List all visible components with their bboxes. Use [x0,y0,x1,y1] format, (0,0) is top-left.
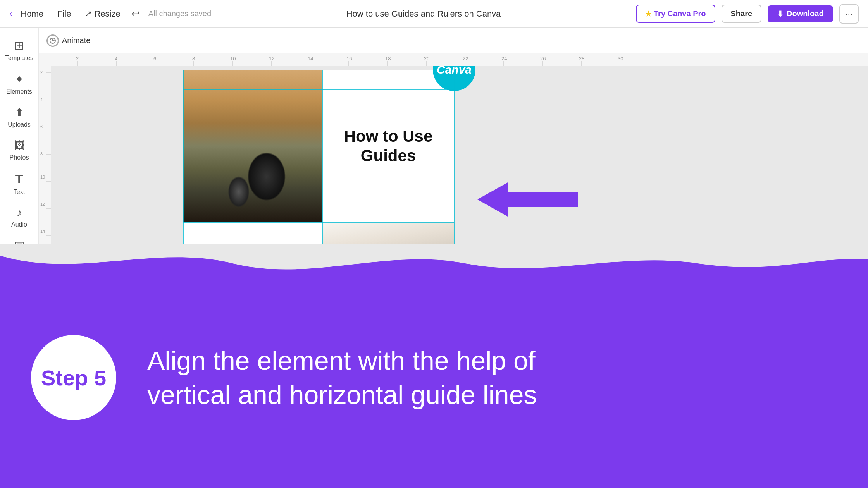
design-toolbar: Animate [39,28,868,53]
sidebar-item-photos[interactable]: 🖼 Photos [2,134,36,166]
sidebar-item-elements[interactable]: ✦ Elements [2,68,36,100]
svg-text:22: 22 [463,56,468,62]
svg-text:16: 16 [346,56,352,62]
sidebar-item-audio[interactable]: ♪ Audio [2,202,36,233]
more-options-button[interactable]: ··· [839,4,859,24]
elements-icon: ✦ [14,72,24,86]
resize-icon: ⤢ [85,9,92,19]
ruler-top-svg: 2 4 6 8 10 12 14 16 18 20 22 24 26 [39,53,868,66]
svg-text:20: 20 [424,56,429,62]
svg-text:4: 4 [40,97,43,102]
step-circle: Step 5 [31,335,116,420]
download-button[interactable]: ⬇ Download [768,5,833,22]
svg-text:8: 8 [192,56,195,62]
photos-icon: 🖼 [14,139,25,152]
svg-text:14: 14 [40,229,45,234]
uploads-label: Uploads [8,121,31,128]
svg-text:26: 26 [540,56,546,62]
nav-left-group: ‹ Home File ⤢ Resize ↩ All changes saved [9,5,211,22]
top-navigation: ‹ Home File ⤢ Resize ↩ All changes saved… [0,0,868,28]
undo-button[interactable]: ↩ [129,5,142,22]
elements-label: Elements [6,88,32,95]
guide-horizontal-bottom [183,222,454,223]
animate-button[interactable]: Animate [46,34,90,47]
download-icon: ⬇ [777,9,784,19]
svg-text:14: 14 [308,56,313,62]
svg-text:18: 18 [385,56,391,62]
templates-label: Templates [5,55,33,62]
saved-status: All changes saved [148,9,211,18]
back-chevron-icon[interactable]: ‹ [9,9,12,19]
ruler-horizontal: 2 4 6 8 10 12 14 16 18 20 22 24 26 [39,53,868,66]
sidebar-item-uploads[interactable]: ⬆ Uploads [2,101,36,133]
canvas-text-top-section: Canva How to Use Guides [322,70,454,222]
text-label: Text [14,189,25,196]
bottom-tutorial-section: Step 5 Align the element with the help o… [0,244,868,488]
step-description: Align the element with the help ofvertic… [147,344,537,412]
uploads-icon: ⬆ [15,106,24,119]
text-icon: T [16,172,23,186]
star-icon: ★ [645,10,651,18]
photos-label: Photos [10,154,29,161]
svg-rect-1 [39,53,868,66]
svg-text:28: 28 [579,56,584,62]
audio-icon: ♪ [17,206,22,219]
resize-button[interactable]: ⤢ Resize [79,6,126,22]
svg-text:12: 12 [40,202,45,206]
arrow-left-svg [477,182,578,217]
svg-text:4: 4 [115,56,117,62]
document-title: How to use Guides and Rulers on Canva [211,9,636,19]
svg-text:24: 24 [501,56,507,62]
try-pro-button[interactable]: ★ Try Canva Pro [636,5,715,23]
animate-label: Animate [62,36,90,45]
animate-circle-icon [46,34,59,47]
file-button[interactable]: File [52,6,76,22]
guide-horizontal-top [183,89,454,90]
share-button[interactable]: Share [722,5,762,23]
animate-svg-icon [49,37,56,44]
sidebar-item-text[interactable]: T Text [2,167,36,200]
svg-text:10: 10 [230,56,236,62]
svg-text:2: 2 [76,56,79,62]
resize-label: Resize [94,9,120,19]
svg-text:6: 6 [153,56,156,62]
audio-label: Audio [11,221,27,228]
templates-icon: ⊞ [14,39,24,52]
download-label: Download [787,9,824,18]
arrow-left-indicator [477,182,578,218]
step-description-text: Align the element with the help ofvertic… [147,346,537,409]
svg-text:2: 2 [40,70,43,75]
nav-right-group: ★ Try Canva Pro Share ⬇ Download ··· [636,4,859,24]
svg-text:6: 6 [40,124,43,129]
canvas-title: How to Use Guides [322,127,454,166]
sidebar-item-templates[interactable]: ⊞ Templates [2,34,36,66]
home-button[interactable]: Home [15,6,49,22]
photo-desk [183,70,322,222]
bottom-content-area: Step 5 Align the element with the help o… [0,267,868,488]
svg-text:8: 8 [40,151,43,156]
svg-text:12: 12 [269,56,274,62]
pro-label: Try Canva Pro [654,9,706,18]
svg-marker-52 [477,182,578,217]
svg-text:10: 10 [40,175,45,179]
step-label: Step 5 [41,365,106,390]
svg-text:30: 30 [618,56,623,62]
